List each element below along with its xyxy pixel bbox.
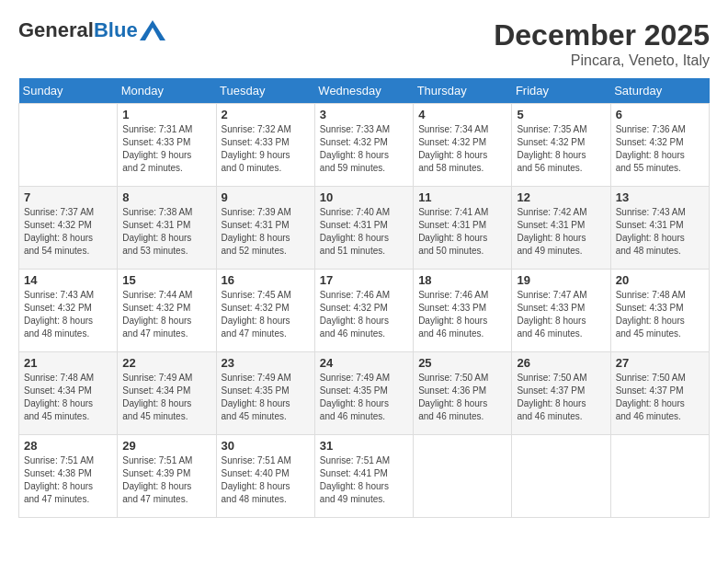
calendar-cell: 6Sunrise: 7:36 AMSunset: 4:32 PMDaylight… (610, 104, 709, 187)
day-info: Sunrise: 7:51 AMSunset: 4:41 PMDaylight:… (320, 454, 408, 506)
col-header-saturday: Saturday (610, 78, 709, 104)
calendar-cell: 31Sunrise: 7:51 AMSunset: 4:41 PMDayligh… (314, 435, 413, 518)
calendar-cell: 10Sunrise: 7:40 AMSunset: 4:31 PMDayligh… (314, 187, 413, 270)
day-number: 19 (517, 273, 605, 287)
calendar-header-row: SundayMondayTuesdayWednesdayThursdayFrid… (19, 78, 710, 104)
location: Pincara, Veneto, Italy (494, 52, 710, 69)
day-number: 25 (418, 356, 506, 370)
col-header-monday: Monday (118, 78, 216, 104)
calendar-cell: 8Sunrise: 7:38 AMSunset: 4:31 PMDaylight… (118, 187, 216, 270)
day-number: 8 (122, 190, 210, 204)
day-number: 26 (517, 356, 605, 370)
day-info: Sunrise: 7:48 AMSunset: 4:34 PMDaylight:… (24, 372, 112, 423)
day-info: Sunrise: 7:46 AMSunset: 4:32 PMDaylight:… (320, 289, 408, 340)
calendar-cell: 27Sunrise: 7:50 AMSunset: 4:37 PMDayligh… (610, 352, 709, 435)
day-info: Sunrise: 7:49 AMSunset: 4:34 PMDaylight:… (122, 372, 210, 423)
day-number: 14 (24, 273, 112, 287)
day-info: Sunrise: 7:33 AMSunset: 4:32 PMDaylight:… (320, 123, 408, 175)
day-number: 30 (222, 439, 310, 453)
calendar-cell: 28Sunrise: 7:51 AMSunset: 4:38 PMDayligh… (19, 435, 118, 518)
day-info: Sunrise: 7:50 AMSunset: 4:36 PMDaylight:… (418, 372, 506, 423)
day-number: 22 (122, 356, 210, 370)
logo: GeneralBlue (18, 18, 165, 42)
day-number: 21 (24, 356, 112, 370)
calendar-cell: 13Sunrise: 7:43 AMSunset: 4:31 PMDayligh… (610, 187, 709, 270)
day-number: 28 (24, 439, 112, 453)
calendar-cell (19, 104, 118, 187)
logo-blue: Blue (94, 18, 138, 41)
day-number: 15 (122, 273, 210, 287)
day-number: 10 (320, 190, 408, 204)
calendar-cell: 3Sunrise: 7:33 AMSunset: 4:32 PMDaylight… (314, 104, 413, 187)
calendar-cell: 26Sunrise: 7:50 AMSunset: 4:37 PMDayligh… (512, 352, 610, 435)
day-number: 3 (320, 108, 408, 121)
day-info: Sunrise: 7:49 AMSunset: 4:35 PMDaylight:… (222, 372, 310, 423)
day-info: Sunrise: 7:40 AMSunset: 4:31 PMDaylight:… (320, 206, 408, 258)
logo-icon (140, 20, 165, 40)
calendar-week-2: 7Sunrise: 7:37 AMSunset: 4:32 PMDaylight… (19, 187, 710, 270)
calendar-week-1: 1Sunrise: 7:31 AMSunset: 4:33 PMDaylight… (19, 104, 710, 187)
day-info: Sunrise: 7:48 AMSunset: 4:33 PMDaylight:… (616, 289, 704, 340)
calendar-cell: 15Sunrise: 7:44 AMSunset: 4:32 PMDayligh… (118, 270, 216, 352)
day-number: 5 (517, 108, 605, 121)
col-header-friday: Friday (512, 78, 610, 104)
month-title: December 2025 (494, 18, 710, 52)
day-info: Sunrise: 7:36 AMSunset: 4:32 PMDaylight:… (616, 123, 704, 175)
day-info: Sunrise: 7:31 AMSunset: 4:33 PMDaylight:… (122, 123, 210, 175)
day-number: 29 (122, 439, 210, 453)
calendar-cell: 2Sunrise: 7:32 AMSunset: 4:33 PMDaylight… (216, 104, 314, 187)
col-header-thursday: Thursday (414, 78, 512, 104)
calendar-cell: 1Sunrise: 7:31 AMSunset: 4:33 PMDaylight… (118, 104, 216, 187)
day-info: Sunrise: 7:34 AMSunset: 4:32 PMDaylight:… (418, 123, 506, 175)
day-number: 9 (222, 190, 310, 204)
day-info: Sunrise: 7:43 AMSunset: 4:31 PMDaylight:… (616, 206, 704, 258)
day-number: 13 (616, 190, 704, 204)
calendar-cell (512, 435, 610, 518)
day-info: Sunrise: 7:39 AMSunset: 4:31 PMDaylight:… (222, 206, 310, 258)
day-number: 12 (517, 190, 605, 204)
day-number: 17 (320, 273, 408, 287)
calendar-cell: 25Sunrise: 7:50 AMSunset: 4:36 PMDayligh… (414, 352, 512, 435)
day-info: Sunrise: 7:37 AMSunset: 4:32 PMDaylight:… (24, 206, 112, 258)
calendar-cell: 16Sunrise: 7:45 AMSunset: 4:32 PMDayligh… (216, 270, 314, 352)
day-number: 23 (222, 356, 310, 370)
day-number: 27 (616, 356, 704, 370)
calendar-week-5: 28Sunrise: 7:51 AMSunset: 4:38 PMDayligh… (19, 435, 710, 518)
day-info: Sunrise: 7:46 AMSunset: 4:33 PMDaylight:… (418, 289, 506, 340)
day-number: 20 (616, 273, 704, 287)
day-number: 1 (122, 108, 210, 121)
calendar-cell: 30Sunrise: 7:51 AMSunset: 4:40 PMDayligh… (216, 435, 314, 518)
calendar-cell: 11Sunrise: 7:41 AMSunset: 4:31 PMDayligh… (414, 187, 512, 270)
page-header: GeneralBlue December 2025 Pincara, Venet… (18, 18, 710, 69)
day-info: Sunrise: 7:50 AMSunset: 4:37 PMDaylight:… (517, 372, 605, 423)
day-info: Sunrise: 7:42 AMSunset: 4:31 PMDaylight:… (517, 206, 605, 258)
calendar: SundayMondayTuesdayWednesdayThursdayFrid… (18, 78, 710, 518)
calendar-week-4: 21Sunrise: 7:48 AMSunset: 4:34 PMDayligh… (19, 352, 710, 435)
day-info: Sunrise: 7:51 AMSunset: 4:38 PMDaylight:… (24, 454, 112, 506)
day-info: Sunrise: 7:32 AMSunset: 4:33 PMDaylight:… (222, 123, 310, 175)
day-info: Sunrise: 7:51 AMSunset: 4:40 PMDaylight:… (222, 454, 310, 506)
col-header-tuesday: Tuesday (216, 78, 314, 104)
logo-text: GeneralBlue (18, 18, 138, 42)
calendar-cell: 14Sunrise: 7:43 AMSunset: 4:32 PMDayligh… (19, 270, 118, 352)
calendar-week-3: 14Sunrise: 7:43 AMSunset: 4:32 PMDayligh… (19, 270, 710, 352)
day-number: 16 (222, 273, 310, 287)
calendar-cell: 22Sunrise: 7:49 AMSunset: 4:34 PMDayligh… (118, 352, 216, 435)
day-info: Sunrise: 7:43 AMSunset: 4:32 PMDaylight:… (24, 289, 112, 340)
calendar-cell: 19Sunrise: 7:47 AMSunset: 4:33 PMDayligh… (512, 270, 610, 352)
calendar-cell (610, 435, 709, 518)
title-area: December 2025 Pincara, Veneto, Italy (494, 18, 710, 69)
calendar-cell: 23Sunrise: 7:49 AMSunset: 4:35 PMDayligh… (216, 352, 314, 435)
day-info: Sunrise: 7:51 AMSunset: 4:39 PMDaylight:… (122, 454, 210, 506)
calendar-cell: 18Sunrise: 7:46 AMSunset: 4:33 PMDayligh… (414, 270, 512, 352)
day-info: Sunrise: 7:38 AMSunset: 4:31 PMDaylight:… (122, 206, 210, 258)
calendar-cell: 24Sunrise: 7:49 AMSunset: 4:35 PMDayligh… (314, 352, 413, 435)
col-header-sunday: Sunday (19, 78, 118, 104)
day-info: Sunrise: 7:35 AMSunset: 4:32 PMDaylight:… (517, 123, 605, 175)
calendar-cell: 20Sunrise: 7:48 AMSunset: 4:33 PMDayligh… (610, 270, 709, 352)
day-number: 4 (418, 108, 506, 121)
day-info: Sunrise: 7:41 AMSunset: 4:31 PMDaylight:… (418, 206, 506, 258)
calendar-cell (414, 435, 512, 518)
day-info: Sunrise: 7:49 AMSunset: 4:35 PMDaylight:… (320, 372, 408, 423)
calendar-cell: 9Sunrise: 7:39 AMSunset: 4:31 PMDaylight… (216, 187, 314, 270)
